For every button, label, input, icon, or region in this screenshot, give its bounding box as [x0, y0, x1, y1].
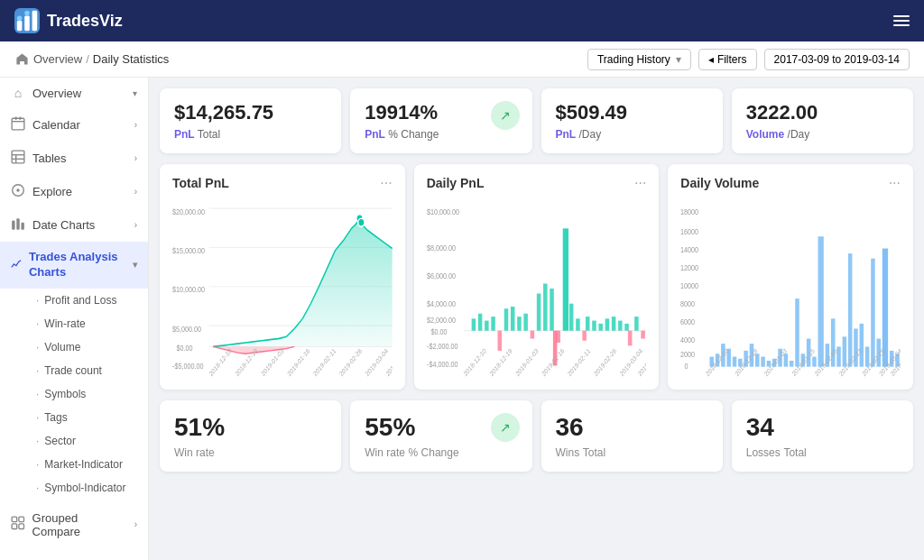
chart-more-daily-volume[interactable]: ···	[889, 175, 901, 191]
win-rate-trend-badge: ↗	[491, 413, 520, 442]
svg-text:2000: 2000	[680, 350, 695, 359]
subheader: Overview / Daily Statistics Trading Hist…	[0, 41, 924, 78]
svg-point-4	[24, 11, 30, 16]
date-range-value: 2017-03-09 to 2019-03-14	[774, 53, 900, 66]
svg-rect-18	[12, 518, 17, 523]
chevron-icon: ›	[134, 220, 137, 230]
sidebar-item-win-rate[interactable]: Win-rate	[25, 312, 148, 335]
trading-history-dropdown[interactable]: Trading History ▾	[587, 49, 691, 70]
svg-rect-113	[790, 361, 794, 367]
main-content: $14,265.75 PnL Total 19914% PnL % Change…	[149, 78, 924, 560]
pnl-day-label: PnL /Day	[556, 128, 708, 141]
svg-text:$8,000.00: $8,000.00	[427, 243, 456, 252]
sidebar-item-overview[interactable]: ⌂ Overview ▾	[0, 78, 148, 108]
sidebar-item-volume[interactable]: Volume	[25, 335, 148, 359]
date-charts-icon	[11, 216, 25, 234]
sidebar-label-tables: Tables	[32, 151, 67, 165]
date-range-picker[interactable]: 2017-03-09 to 2019-03-14	[764, 49, 910, 70]
svg-rect-65	[576, 318, 580, 330]
filter-icon: ◂	[708, 53, 714, 66]
daily-volume-svg: 18000 16000 14000 12000 10000 8000 6000 …	[680, 198, 901, 379]
tables-icon	[11, 150, 25, 167]
sidebar-item-grouped-compare[interactable]: Grouped Compare ›	[0, 503, 148, 546]
svg-rect-8	[19, 117, 21, 120]
trades-analysis-icon	[11, 258, 22, 272]
breadcrumb-separator: /	[86, 52, 89, 66]
svg-text:2019-02-26: 2019-02-26	[593, 347, 618, 378]
sidebar-item-market-indicator[interactable]: Market-Indicator	[25, 453, 148, 476]
svg-text:2019-02-11: 2019-02-11	[312, 347, 337, 378]
svg-rect-69	[605, 318, 609, 330]
volume-label: Volume /Day	[746, 128, 899, 141]
svg-rect-59	[523, 314, 528, 331]
svg-rect-17	[21, 223, 23, 230]
sidebar-label-trades-analysis: Trades Analysis Charts	[29, 250, 125, 280]
filter-button[interactable]: ◂ Filters	[698, 49, 757, 70]
sidebar-item-tables[interactable]: Tables ›	[0, 142, 148, 175]
sidebar-item-trade-count[interactable]: Trade count	[25, 359, 148, 382]
svg-rect-20	[12, 524, 17, 529]
chart-header-daily-volume: Daily Volume ···	[680, 175, 901, 191]
subheader-controls: Trading History ▾ ◂ Filters 2017-03-09 t…	[587, 49, 910, 70]
svg-text:$4,000.00: $4,000.00	[427, 299, 456, 308]
svg-text:$0.00: $0.00	[430, 327, 447, 336]
sidebar-item-trades-analysis[interactable]: Trades Analysis Charts ▾	[0, 242, 148, 289]
chevron-icon: ›	[134, 187, 137, 197]
svg-text:12000: 12000	[680, 263, 698, 272]
svg-text:2019-01-16: 2019-01-16	[286, 347, 311, 378]
svg-rect-103	[733, 357, 737, 367]
sidebar-item-profit-loss[interactable]: Profit and Loss	[25, 289, 148, 312]
sidebar-submenu: Profit and Loss Win-rate Volume Trade co…	[0, 289, 148, 500]
sidebar-item-calendar[interactable]: Calendar ›	[0, 108, 148, 142]
svg-rect-108	[762, 357, 766, 367]
chevron-icon: ▾	[133, 260, 137, 270]
svg-rect-64	[569, 304, 574, 331]
topnav-right	[893, 15, 910, 26]
svg-rect-125	[860, 324, 864, 367]
topnav: TradesViz	[0, 0, 924, 41]
trend-badge: ↗	[491, 101, 520, 130]
svg-rect-15	[12, 221, 14, 230]
stat-card-pnl-change: 19914% PnL % Change ↗	[350, 88, 531, 153]
svg-text:$10,000.00: $10,000.00	[172, 286, 205, 295]
svg-point-3	[17, 15, 23, 21]
sidebar-item-tags[interactable]: Tags	[25, 406, 148, 429]
svg-rect-123	[848, 253, 853, 367]
losses-label: Losses Total	[746, 445, 899, 459]
svg-rect-71	[618, 321, 623, 331]
filter-label: Filters	[717, 53, 747, 66]
wins-value: 36	[556, 413, 708, 442]
chart-area-total-pnl: $20,000.00 $15,000.00 $10,000.00 $5,000.…	[172, 198, 393, 379]
breadcrumb-home[interactable]	[14, 51, 30, 67]
chart-area-daily-volume: 18000 16000 14000 12000 10000 8000 6000 …	[680, 198, 901, 379]
svg-text:18000: 18000	[680, 207, 698, 216]
stat-card-pnl-total: $14,265.75 PnL Total	[160, 88, 341, 153]
sidebar-item-symbols[interactable]: Symbols	[25, 382, 148, 406]
sidebar-item-sector[interactable]: Sector	[25, 429, 148, 453]
svg-rect-58	[517, 317, 522, 331]
sidebar-item-explore[interactable]: Explore ›	[0, 175, 148, 208]
logo: TradesViz	[14, 8, 123, 33]
chart-cards-row: Total PnL ··· $20,000.00 $15,000.00 $10,…	[160, 164, 913, 390]
svg-rect-117	[813, 357, 818, 367]
svg-text:2019-01-03: 2019-01-03	[514, 347, 540, 378]
chart-total-pnl: Total PnL ··· $20,000.00 $15,000.00 $10,…	[160, 164, 405, 390]
chevron-icon: ›	[134, 153, 137, 163]
chart-title-daily-pnl: Daily PnL	[427, 176, 485, 190]
breadcrumb-overview[interactable]: Overview	[33, 52, 82, 66]
sidebar-item-symbol-indicator[interactable]: Symbol-Indicator	[25, 476, 148, 500]
chart-more-total-pnl[interactable]: ···	[380, 175, 392, 191]
bottom-card-win-rate-change: 55% Win rate % Change ↗	[350, 400, 531, 472]
sidebar-item-date-charts[interactable]: Date Charts ›	[0, 208, 148, 242]
chart-header-total-pnl: Total PnL ···	[172, 175, 393, 191]
svg-rect-1	[24, 15, 30, 31]
stat-cards-row: $14,265.75 PnL Total 19914% PnL % Change…	[160, 88, 913, 153]
sidebar: ⌂ Overview ▾ Calendar › Tables › Explore…	[0, 78, 149, 560]
sidebar-label-explore: Explore	[32, 185, 72, 198]
chart-title-total-pnl: Total PnL	[172, 176, 229, 190]
chart-more-daily-pnl[interactable]: ···	[634, 175, 646, 191]
pnl-change-label: PnL % Change	[365, 128, 517, 141]
menu-icon[interactable]	[893, 15, 910, 26]
losses-value: 34	[746, 413, 899, 442]
svg-text:16000: 16000	[680, 227, 698, 236]
